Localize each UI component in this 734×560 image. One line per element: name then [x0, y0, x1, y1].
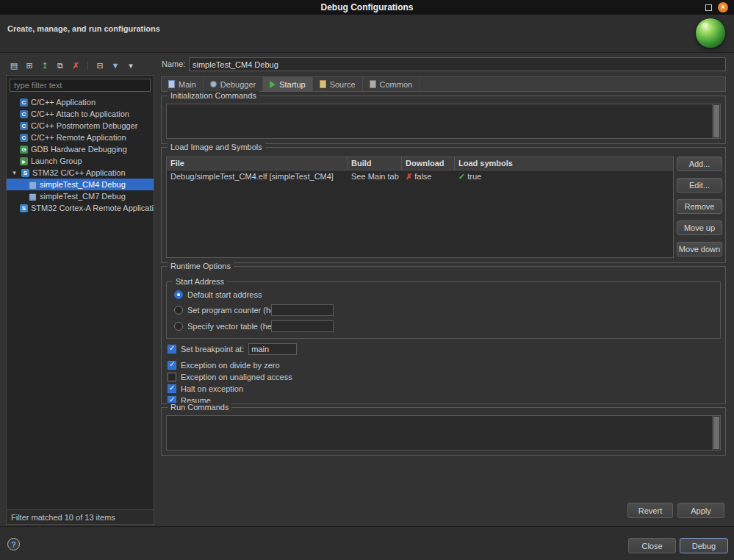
breakpoint-input[interactable] — [248, 343, 297, 355]
tree-item-label: STM32 C/C++ Application — [32, 168, 126, 177]
debug-configurations-icon — [696, 18, 725, 48]
tree-item-simpletest-cm7[interactable]: simpleTest_CM7 Debug — [7, 190, 154, 202]
program-counter-input[interactable] — [271, 304, 334, 316]
halt-on-exception-checkbox[interactable] — [168, 384, 176, 393]
help-icon[interactable]: ? — [7, 538, 20, 550]
tree-item-label: C/C++ Attach to Application — [31, 110, 129, 118]
tree-item-launch-group[interactable]: Launch Group — [7, 155, 154, 167]
scrollbar[interactable] — [712, 416, 720, 450]
stm32-application-icon — [21, 169, 29, 177]
group-title: Initialization Commands — [168, 91, 259, 100]
revert-button[interactable]: Revert — [627, 503, 673, 518]
window-controls — [705, 0, 728, 15]
program-counter-radio[interactable] — [174, 306, 183, 315]
name-input[interactable] — [189, 57, 726, 71]
initialization-commands-input[interactable] — [167, 104, 712, 138]
tab-main[interactable]: Main — [162, 77, 204, 91]
scrollbar-thumb[interactable] — [713, 105, 719, 137]
common-tab-icon — [370, 80, 376, 88]
false-x-icon — [406, 172, 414, 181]
column-build[interactable]: Build — [348, 157, 402, 170]
tree-item-label: Launch Group — [31, 157, 82, 165]
c-application-icon — [20, 98, 28, 107]
panel-sash[interactable] — [154, 56, 159, 525]
launch-group-icon — [20, 157, 28, 165]
remove-button[interactable]: Remove — [677, 199, 722, 214]
column-load-symbols[interactable]: Load symbols — [455, 157, 673, 170]
debug-button[interactable]: Debug — [680, 538, 728, 553]
edit-button[interactable]: Edit... — [677, 178, 722, 193]
tree-item-cpp-postmortem[interactable]: C/C++ Postmortem Debugger — [7, 120, 154, 132]
column-download[interactable]: Download — [402, 157, 455, 170]
table-buttons: Add... Edit... Remove Move up Move down — [677, 157, 722, 256]
true-check-icon — [458, 172, 467, 181]
name-label: Name: — [162, 60, 185, 68]
scrollbar-thumb[interactable] — [713, 417, 719, 449]
close-icon[interactable] — [718, 2, 728, 12]
tree-item-cpp-remote[interactable]: C/C++ Remote Application — [7, 132, 154, 143]
add-button[interactable]: Add... — [677, 157, 722, 171]
unaligned-access-checkbox[interactable] — [168, 373, 176, 381]
debugger-tab-icon — [210, 81, 217, 87]
unaligned-access-row: Exception on unaligned access — [168, 371, 292, 383]
c-application-icon — [20, 110, 28, 118]
gdb-debugging-icon — [20, 146, 28, 154]
tree-item-cpp-application[interactable]: C/C++ Application — [7, 96, 154, 108]
titlebar: Debug Configurations — [0, 0, 734, 15]
close-button[interactable]: Close — [628, 538, 676, 553]
tree-item-stm32-cortex-a[interactable]: STM32 Cortex-A Remote Application — [7, 202, 154, 214]
dialog-header: Create, manage, and run configurations — [0, 15, 734, 53]
duplicate-configuration-icon[interactable]: ⧉ — [54, 59, 67, 72]
elf-binary-icon — [29, 181, 37, 189]
tab-source[interactable]: Source — [313, 77, 363, 91]
export-configurations-icon[interactable]: ↥ — [38, 59, 51, 72]
tree-item-label: C/C++ Postmortem Debugger — [31, 121, 138, 130]
expand-chevron-icon[interactable] — [10, 169, 18, 176]
tree-item-label: STM32 Cortex-A Remote Application — [31, 204, 154, 212]
new-prototype-icon[interactable]: ⊞ — [23, 59, 36, 72]
move-up-button[interactable]: Move up — [677, 220, 722, 235]
runtime-options-group: Runtime Options Start Address Default st… — [161, 266, 726, 404]
column-file[interactable]: File — [167, 157, 348, 170]
tree-item-label: simpleTest_CM7 Debug — [40, 192, 126, 201]
tree-item-stm32-application[interactable]: STM32 C/C++ Application — [7, 167, 154, 179]
startup-play-icon — [270, 81, 276, 88]
table-row[interactable]: Debug/simpleTest_CM4.elf [simpleTest_CM4… — [167, 170, 673, 183]
apply-button[interactable]: Apply — [677, 503, 724, 518]
divide-by-zero-checkbox[interactable] — [168, 361, 176, 370]
new-configuration-icon[interactable]: ▤ — [7, 59, 21, 72]
tree-item-cpp-attach[interactable]: C/C++ Attach to Application — [7, 108, 154, 120]
cell-build: See Main tab — [348, 170, 402, 183]
tab-debugger[interactable]: Debugger — [204, 77, 263, 91]
tree-item-label: simpleTest_CM4 Debug — [40, 180, 126, 189]
run-commands-group: Run Commands — [161, 407, 726, 456]
filter-input[interactable] — [10, 79, 151, 92]
toolbar-separator — [87, 61, 88, 71]
group-title: Start Address — [173, 277, 227, 286]
window-title: Debug Configurations — [321, 2, 414, 12]
vector-table-input[interactable] — [271, 320, 334, 332]
group-title: Run Commands — [168, 403, 231, 412]
tab-startup[interactable]: Startup — [263, 77, 312, 91]
move-down-button[interactable]: Move down — [677, 242, 722, 256]
delete-configuration-icon[interactable]: ✗ — [69, 59, 82, 72]
start-address-group: Start Address Default start address Set … — [166, 281, 721, 339]
group-title: Runtime Options — [168, 262, 234, 270]
tree-item-simpletest-cm4[interactable]: simpleTest_CM4 Debug — [7, 179, 154, 190]
set-breakpoint-checkbox[interactable] — [168, 345, 176, 353]
cell-file: Debug/simpleTest_CM4.elf [simpleTest_CM4… — [167, 170, 348, 183]
restore-icon[interactable] — [705, 4, 712, 11]
c-application-icon — [20, 122, 28, 130]
scrollbar[interactable] — [712, 104, 720, 138]
run-commands-input[interactable] — [167, 416, 712, 450]
collapse-all-icon[interactable]: ⊟ — [93, 59, 107, 72]
view-menu-icon[interactable]: ▾ — [124, 59, 137, 72]
vector-table-radio[interactable] — [174, 322, 183, 331]
configurations-tree: C/C++ Application C/C++ Attach to Applic… — [7, 96, 154, 509]
tree-item-gdb-hardware[interactable]: GDB Hardware Debugging — [7, 143, 154, 155]
tab-common[interactable]: Common — [363, 77, 420, 91]
filter-configurations-icon[interactable]: ▼ — [109, 59, 122, 72]
set-breakpoint-row: Set breakpoint at: — [168, 343, 297, 355]
halt-on-exception-row: Halt on exception — [168, 383, 243, 395]
default-start-address-radio[interactable] — [174, 290, 183, 299]
